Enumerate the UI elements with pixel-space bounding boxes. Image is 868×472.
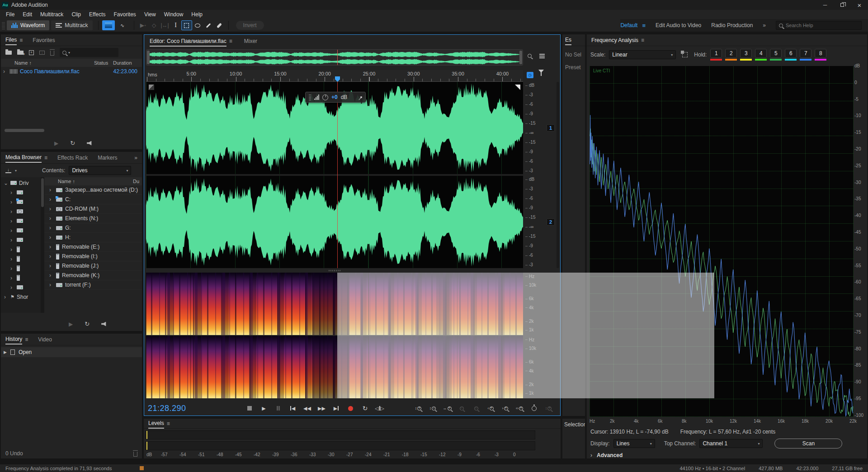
workspace-default[interactable]: Default <box>620 22 637 28</box>
timeline-ruler[interactable]: hms 5:0010:0015:0020:0025:0030:0035:0040… <box>146 70 523 82</box>
tree-item[interactable]: › <box>1 273 41 283</box>
menu-multitrack[interactable]: Multitrack <box>36 10 67 19</box>
files-loop-icon[interactable]: ↻ <box>70 140 75 146</box>
zoom-in-left-edge-button[interactable]: ‹+ <box>485 403 496 413</box>
hold-button-2[interactable]: 2 <box>725 49 737 61</box>
chevron-right-icon[interactable]: › <box>47 253 53 260</box>
move-tool[interactable]: ▶+ <box>138 20 149 30</box>
razor-tool[interactable]: ◇ <box>149 20 160 30</box>
waveform-mode-button[interactable]: Waveform <box>7 20 49 30</box>
hold-button-4[interactable]: 4 <box>755 49 767 61</box>
file-row[interactable]: ›Сосо Павлиашвили.flac42:23.000 <box>1 67 142 76</box>
tree-item[interactable]: › <box>1 264 41 273</box>
column-name[interactable]: Name ↑ <box>14 60 32 66</box>
drive-row[interactable]: ›Removable (K:) <box>44 271 142 280</box>
new-file-icon[interactable]: + <box>29 50 34 55</box>
pause-button[interactable] <box>273 403 284 413</box>
zoom-out-horizontal-button[interactable]: − <box>456 403 467 413</box>
delete-icon[interactable] <box>50 51 54 56</box>
drive-row[interactable]: ›G: <box>44 223 142 233</box>
tab-editor[interactable]: Editor: Сосо Павлиашвили.flac≡ <box>150 35 232 47</box>
play-button[interactable]: ▶ <box>258 403 269 413</box>
panel-menu-icon[interactable]: ≡ <box>229 38 232 44</box>
channel-2-button[interactable]: 2 <box>547 218 555 226</box>
skip-to-start-button[interactable]: ◀ <box>287 403 298 413</box>
contents-dropdown[interactable]: Drives▾ <box>69 166 131 175</box>
advanced-toggle[interactable]: Advanced <box>597 452 623 458</box>
drive-row[interactable]: ›H: <box>44 233 142 242</box>
import-file-icon[interactable]: ➔ <box>17 51 24 55</box>
hold-button-7[interactable]: 7 <box>800 49 811 61</box>
files-search-input[interactable]: ▾ <box>60 48 118 57</box>
chevron-right-icon[interactable]: › <box>47 272 53 278</box>
chevron-right-icon[interactable]: › <box>8 237 14 243</box>
panel-menu-icon[interactable]: ≡ <box>25 336 28 343</box>
tab-mixer[interactable]: Mixer <box>244 35 257 47</box>
gain-knob-icon[interactable] <box>322 94 328 100</box>
chevron-right-icon[interactable]: › <box>8 218 14 224</box>
tab-selection-view[interactable]: Selection/V <box>564 421 585 428</box>
tree-item[interactable]: › <box>1 207 41 216</box>
zoom-in-horizontal-button[interactable]: ↔+ <box>442 403 453 413</box>
help-search-input[interactable] <box>786 23 849 28</box>
chevron-right-icon[interactable]: › <box>47 282 53 288</box>
display-dropdown[interactable]: Lines▾ <box>613 439 655 448</box>
drive-row[interactable]: ›Removable (E:) <box>44 242 142 252</box>
tab-frequency-analysis[interactable]: Frequency Analysis≡ <box>591 34 644 46</box>
multitrack-mode-button[interactable]: Multitrack <box>51 20 92 30</box>
panel-menu-icon[interactable]: ≡ <box>19 37 23 43</box>
tree-root-drives[interactable]: ⌄Driv <box>1 178 41 188</box>
tab-video[interactable]: Video <box>38 334 52 345</box>
tree-item[interactable]: › <box>1 245 41 254</box>
chevron-right-icon[interactable]: › <box>8 256 14 262</box>
marquee-selection-tool[interactable] <box>181 20 192 30</box>
chevron-right-icon[interactable]: › <box>2 294 8 300</box>
drive-row[interactable]: ›Зарезер...вано системой (D:) <box>44 185 142 195</box>
media-play-icon[interactable]: ▶ <box>69 321 73 327</box>
zoom-to-selection-button[interactable]: ‹›+ <box>514 403 525 413</box>
tree-item[interactable]: › <box>1 226 41 235</box>
media-autoplay-icon[interactable] <box>101 322 107 326</box>
chevron-right-icon[interactable]: › <box>8 227 14 234</box>
tree-item[interactable]: › <box>1 235 41 245</box>
rewind-button[interactable]: ◀◀ <box>302 403 313 413</box>
loop-playback-button[interactable]: ↻ <box>359 403 371 413</box>
clear-history-icon[interactable] <box>133 452 137 457</box>
menu-effects[interactable]: Effects <box>85 10 109 19</box>
menu-favorites[interactable]: Favorites <box>110 10 140 19</box>
drive-row[interactable]: ›Removable (I:) <box>44 252 142 261</box>
scan-button[interactable]: Scan <box>774 439 842 448</box>
show-spectral-display-button[interactable] <box>102 20 115 30</box>
chevron-right-icon[interactable]: › <box>8 284 14 291</box>
editor-vscrollbar[interactable] <box>557 82 559 268</box>
menu-clip[interactable]: Clip <box>67 10 85 19</box>
overview-right-handle[interactable] <box>519 51 522 64</box>
chevron-right-icon[interactable]: › <box>47 187 53 193</box>
zoom-reset-button[interactable]: ↕+ <box>543 403 554 413</box>
chevron-right-icon[interactable]: › <box>47 206 53 212</box>
drive-row[interactable]: ›CD-ROM (M:) <box>44 204 142 214</box>
skip-to-end-button[interactable]: ▶ <box>330 403 342 413</box>
chevron-down-icon[interactable]: ⌄ <box>4 180 8 186</box>
help-search-field[interactable] <box>776 21 862 30</box>
panel-menu-icon[interactable]: ≡ <box>167 420 170 427</box>
chevron-right-icon[interactable]: › <box>47 234 53 241</box>
wave-spectral-divider[interactable] <box>146 268 523 273</box>
cti-follow-icon[interactable]: ◷ <box>527 72 533 78</box>
tab-favorites[interactable]: Favorites <box>33 34 55 46</box>
copy-graph-icon[interactable] <box>682 52 688 57</box>
column-duration[interactable]: Duration <box>113 60 132 66</box>
paintbrush-selection-tool[interactable] <box>203 20 214 30</box>
tree-item[interactable]: › <box>1 216 41 226</box>
chevron-right-icon[interactable]: › <box>8 275 14 281</box>
zoom-in-vertical-button[interactable]: ↕+ <box>413 403 424 413</box>
minimize-button[interactable]: ─ <box>816 0 834 10</box>
invert-button[interactable]: Invert <box>236 21 264 30</box>
hold-button-3[interactable]: 3 <box>740 49 752 61</box>
chevron-right-icon[interactable]: › <box>8 208 14 215</box>
chevron-right-icon[interactable]: › <box>47 263 53 269</box>
import-media-icon[interactable]: ↓ <box>5 168 11 173</box>
display-settings-icon[interactable] <box>539 54 545 58</box>
stop-button[interactable] <box>244 403 255 413</box>
tab-essential-sound[interactable]: Es <box>565 34 571 46</box>
